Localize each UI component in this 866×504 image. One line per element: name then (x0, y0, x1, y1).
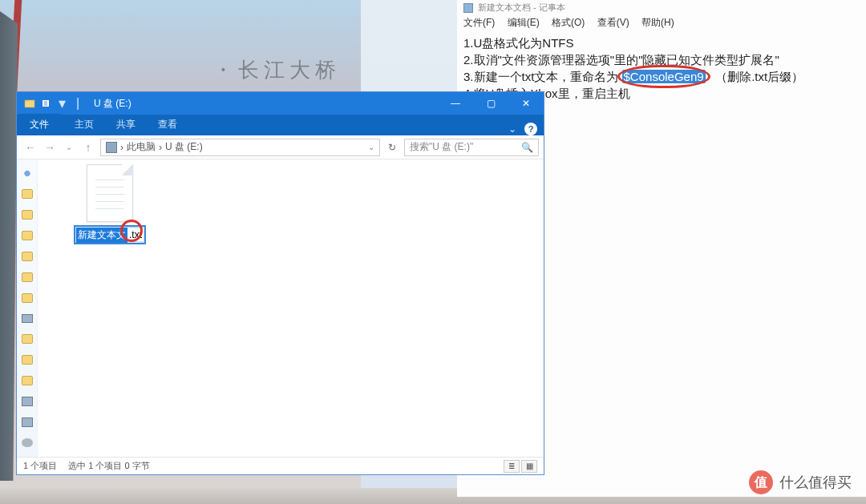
sidebar-network-icon[interactable] (22, 438, 33, 447)
ribbon-home-tab[interactable]: 主页 (63, 114, 105, 135)
titlebar-divider: | (72, 98, 83, 109)
file-item[interactable]: 新建文本文.txt (70, 164, 150, 244)
address-dropdown-icon[interactable]: ⌄ (368, 143, 374, 151)
recent-locations-icon[interactable]: ⌄ (60, 143, 78, 151)
breadcrumb-sep: › (120, 142, 123, 153)
view-details-button[interactable]: ≣ (504, 460, 520, 473)
sidebar-drive-icon[interactable] (22, 417, 33, 427)
sidebar-drive-icon[interactable] (22, 397, 33, 406)
notepad-icon (463, 3, 473, 13)
sidebar-folder-icon[interactable] (22, 189, 33, 199)
help-button[interactable]: ? (524, 123, 537, 135)
menu-view[interactable]: 查看(V) (597, 17, 629, 28)
filename-extension: .txt (127, 228, 144, 241)
file-rename-input[interactable]: 新建文本文.txt (74, 225, 146, 244)
close-button[interactable]: ✕ (508, 92, 544, 115)
minimize-button[interactable]: — (438, 92, 473, 115)
menu-format[interactable]: 格式(O) (552, 17, 585, 28)
status-selection: 选中 1 个项目 0 字节 (68, 460, 149, 472)
menu-edit[interactable]: 编辑(E) (508, 17, 540, 28)
navigation-pane[interactable] (17, 159, 38, 457)
refresh-button[interactable]: ↻ (383, 142, 401, 153)
sidebar-folder-icon[interactable] (22, 252, 33, 261)
search-icon[interactable]: 🔍 (521, 142, 533, 153)
menu-file[interactable]: 文件(F) (463, 17, 495, 28)
status-item-count: 1 个项目 (23, 460, 57, 472)
sidebar-pc-icon[interactable] (22, 314, 33, 324)
sidebar-folder-icon[interactable] (22, 293, 33, 303)
breadcrumb-current[interactable]: U 盘 (E:) (165, 140, 203, 154)
text-line: 2.取消"文件资源管理器选项"里的"隐藏已知文件类型扩展名" (463, 51, 860, 68)
svg-rect-1 (25, 100, 29, 102)
ribbon-bar: 文件 主页 共享 查看 ⌄ ? (17, 115, 544, 135)
watermark: 值 什么值得买 (749, 470, 852, 494)
view-icons-button[interactable]: ▦ (521, 460, 537, 473)
explorer-titlebar[interactable]: ▾ | U 盘 (E:) — ▢ ✕ (17, 92, 544, 115)
dropdown-separator: ▾ (56, 98, 67, 109)
highlighted-text: $ConsoleGen9 (622, 68, 706, 85)
ribbon-share-tab[interactable]: 共享 (105, 114, 147, 135)
quick-access-icon[interactable] (22, 169, 33, 178)
menu-help[interactable]: 帮助(H) (641, 17, 674, 28)
wallpaper-text: ・长江大桥 (212, 56, 341, 84)
status-bar: 1 个项目 选中 1 个项目 0 字节 ≣ ▦ (17, 457, 544, 474)
sidebar-folder-icon[interactable] (22, 231, 33, 240)
ribbon-view-tab[interactable]: 查看 (147, 114, 188, 135)
notepad-titlebar: 新建文本文档 - 记事本 (457, 0, 866, 14)
maximize-button[interactable]: ▢ (473, 92, 508, 115)
window-title: U 盘 (E:) (94, 97, 132, 111)
notepad-title: 新建文本文档 - 记事本 (478, 2, 565, 14)
search-placeholder: 搜索"U 盘 (E:)" (410, 140, 473, 154)
breadcrumb-root[interactable]: 此电脑 (127, 140, 156, 154)
ribbon-file-tab[interactable]: 文件 (18, 114, 60, 135)
properties-icon[interactable] (40, 98, 51, 109)
up-button[interactable]: ↑ (79, 141, 97, 154)
notepad-menu: 文件(F) 编辑(E) 格式(O) 查看(V) 帮助(H) (457, 14, 866, 33)
chevron-down-icon[interactable]: ⌄ (508, 123, 516, 135)
watermark-text: 什么值得买 (779, 473, 852, 492)
forward-button[interactable]: → (41, 141, 59, 154)
breadcrumb[interactable]: › 此电脑 › U 盘 (E:) ⌄ (100, 139, 380, 156)
text-line: 3.新建一个txt文本，重命名为 $ConsoleGen9 （删除.txt后缀） (463, 68, 860, 85)
sidebar-folder-icon[interactable] (22, 355, 33, 365)
sidebar-folder-icon[interactable] (22, 210, 33, 220)
filename-selected-part: 新建文本文 (76, 228, 127, 243)
back-button[interactable]: ← (22, 141, 39, 154)
file-explorer-window: ▾ | U 盘 (E:) — ▢ ✕ 文件 主页 共享 查看 ⌄ ? ← → ⌄… (17, 92, 544, 474)
address-bar-row: ← → ⌄ ↑ › 此电脑 › U 盘 (E:) ⌄ ↻ 搜索"U 盘 (E:)… (17, 135, 544, 159)
search-input[interactable]: 搜索"U 盘 (E:)" 🔍 (404, 139, 539, 156)
text-line: 1.U盘格式化为NTFS (463, 34, 860, 51)
breadcrumb-sep: › (159, 142, 162, 153)
file-list-area[interactable]: 新建文本文.txt (38, 159, 544, 457)
sidebar-folder-icon[interactable] (22, 376, 33, 385)
text-file-icon (87, 164, 133, 222)
sidebar-folder-icon[interactable] (22, 334, 33, 344)
sidebar-folder-icon[interactable] (22, 272, 33, 282)
watermark-logo: 值 (749, 470, 773, 494)
folder-icon (24, 98, 35, 109)
drive-icon (106, 142, 117, 153)
